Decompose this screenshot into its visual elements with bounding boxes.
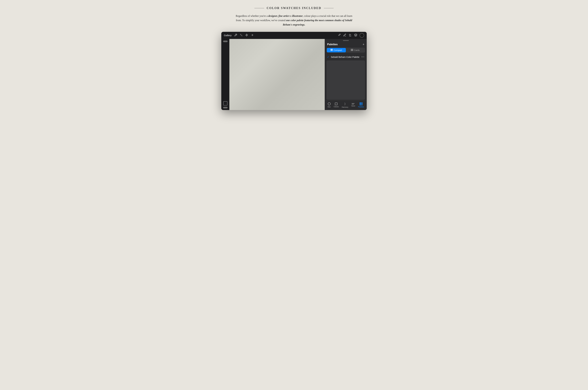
section-title-wrapper: COLOR SWATCHES INCLUDED [221,6,367,10]
lightning-icon[interactable] [245,34,248,37]
layers-icon[interactable] [354,33,357,37]
toolbar: Gallery [221,32,367,39]
section-title: COLOR SWATCHES INCLUDED [267,6,321,10]
title-line-left [254,8,264,8]
tab-compact-label: Compact [334,49,342,51]
drag-indicator [343,40,349,41]
value-label: Value [351,105,355,107]
palettes-grid-icon [360,102,362,105]
layer-thumbnail[interactable] [223,101,227,105]
brush-size-slider[interactable] [223,41,227,42]
page-container: COLOR SWATCHES INCLUDED Regardless of wh… [221,6,367,110]
svg-marker-1 [246,34,248,36]
svg-rect-7 [351,49,352,50]
section-description: Regardless of whether you're a designer,… [234,14,354,27]
swatches-area[interactable] [326,60,365,100]
svg-marker-3 [354,34,357,35]
palette-tab-bar: Compact Cards [326,48,365,53]
svg-line-0 [240,34,242,36]
panel-title: Palettes [327,43,338,46]
harmony-icon: ⟩ [344,102,346,106]
palette-item-name: Sebald Beham Color Palette [331,56,360,58]
color-picker-tabs: Disc Classic ⟩ Harmony [325,100,367,110]
color-picker-circle[interactable] [360,33,364,38]
palettes-label: Palettes [358,106,364,108]
canvas-area[interactable] [229,39,325,110]
svg-rect-10 [352,50,353,51]
magic-wand-icon[interactable] [240,34,243,37]
palette-more-button[interactable]: ••• [361,55,364,58]
classic-icon [335,102,337,105]
svg-rect-6 [330,50,333,51]
wrench-icon[interactable] [234,34,237,37]
value-icon [352,103,355,104]
harmony-label: Harmony [342,106,348,108]
picker-tab-value[interactable]: Value [351,103,355,107]
svg-rect-9 [351,50,352,51]
toolbar-right [338,33,364,38]
left-sidebar [221,39,229,110]
main-area: Palettes + Compact [221,39,367,110]
disc-label: Disc [328,106,331,108]
title-line-right [324,8,334,8]
app-mockup: Gallery [221,32,367,110]
brush-icon[interactable] [338,33,341,37]
tab-cards-label: Cards [354,49,360,51]
add-palette-button[interactable]: + [363,43,364,46]
compact-tab-icon [330,49,333,51]
picker-tab-palettes[interactable]: Palettes [358,102,364,108]
tab-compact[interactable]: Compact [327,48,346,52]
svg-rect-8 [352,49,353,50]
picker-tab-disc[interactable]: Disc [328,102,331,108]
picker-tab-classic[interactable]: Classic [334,102,339,108]
panel-header: Palettes + [325,42,367,48]
cards-tab-icon [351,49,353,51]
palette-list-item: ✓ Sebald Beham Color Palette ••• [325,54,367,60]
disc-icon [328,102,331,105]
classic-label: Classic [334,106,339,108]
toolbar-left: Gallery [224,34,254,37]
palette-check-icon: ✓ [327,55,329,58]
picker-tab-harmony[interactable]: ⟩ Harmony [342,102,348,108]
palettes-panel: Palettes + Compact [325,39,367,110]
pen-icon[interactable] [343,33,346,37]
arrow-icon[interactable] [251,34,254,37]
svg-rect-5 [330,50,333,50]
eraser-icon[interactable] [349,33,352,37]
svg-rect-4 [330,49,333,49]
tab-cards[interactable]: Cards [346,48,365,52]
gallery-button[interactable]: Gallery [224,34,232,37]
opacity-slider[interactable] [223,107,227,108]
